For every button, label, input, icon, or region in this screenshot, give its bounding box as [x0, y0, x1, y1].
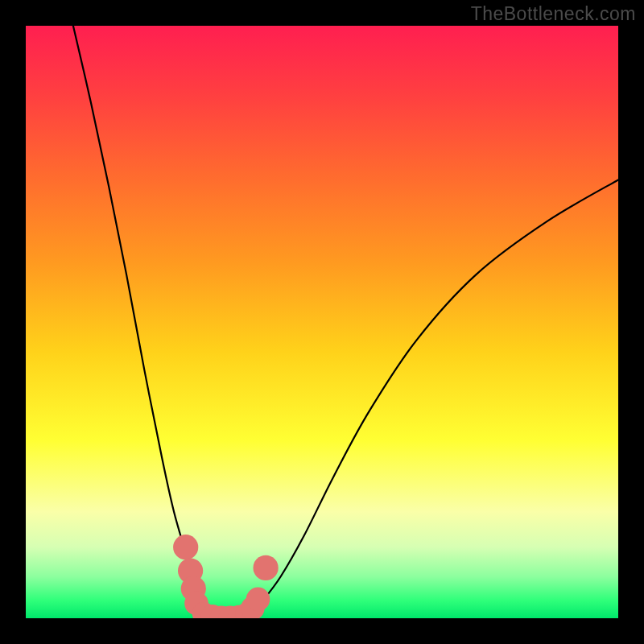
plot-area	[26, 26, 618, 618]
watermark-text: TheBottleneck.com	[471, 3, 636, 25]
right-curve	[239, 180, 618, 618]
highlight-dot	[173, 535, 198, 559]
chart-overlay	[26, 26, 618, 618]
highlight-dot	[246, 588, 270, 612]
highlight-dot	[254, 555, 279, 580]
left-curve	[73, 26, 239, 618]
chart-stage: TheBottleneck.com	[0, 0, 644, 644]
highlight-dots	[173, 535, 279, 618]
